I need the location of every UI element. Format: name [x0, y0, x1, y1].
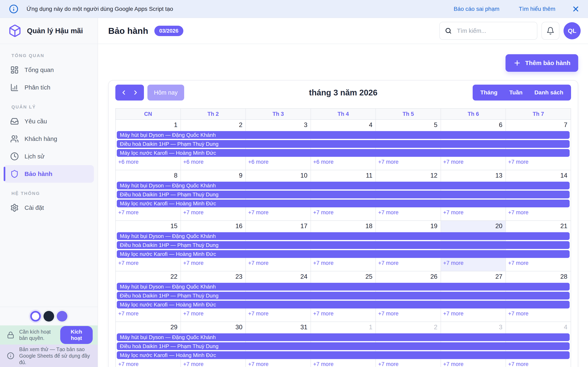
more-events-link[interactable]: +7 more [508, 260, 528, 266]
date-number[interactable]: 22 [116, 273, 181, 280]
more-events-link[interactable]: +7 more [118, 260, 139, 266]
more-events-link[interactable]: +7 more [443, 209, 463, 216]
more-events-link[interactable]: +6 more [118, 159, 139, 165]
date-number[interactable]: 24 [246, 273, 311, 280]
date-number[interactable]: 4 [506, 324, 571, 331]
more-events-link[interactable]: +7 more [313, 260, 334, 266]
event-bar[interactable]: Điều hoà Daikin 1HP — Phạm Thuỳ Dung [117, 342, 570, 350]
event-bar[interactable]: Máy hút bụi Dyson — Đặng Quốc Khánh [117, 182, 570, 189]
date-number[interactable]: 8 [116, 172, 181, 179]
date-number[interactable]: 13 [441, 172, 506, 179]
date-number[interactable]: 10 [246, 172, 311, 179]
date-number[interactable]: 2 [181, 121, 246, 129]
date-number[interactable]: 3 [441, 324, 506, 331]
date-number[interactable]: 19 [376, 222, 441, 230]
event-bar[interactable]: Máy hút bụi Dyson — Đặng Quốc Khánh [117, 131, 570, 139]
more-events-link[interactable]: +7 more [183, 361, 204, 367]
event-bar[interactable]: Máy lọc nước Karofi — Hoàng Minh Đức [117, 301, 570, 309]
more-events-link[interactable]: +7 more [118, 361, 139, 367]
more-events-link[interactable]: +7 more [118, 310, 139, 317]
more-events-link[interactable]: +7 more [118, 209, 139, 216]
more-events-link[interactable]: +7 more [248, 361, 269, 367]
date-number[interactable]: 17 [246, 222, 311, 230]
close-icon[interactable] [572, 5, 580, 13]
more-events-link[interactable]: +7 more [378, 361, 398, 367]
sidebar-item-gear[interactable]: Cài đặt [4, 199, 94, 217]
more-events-link[interactable]: +7 more [248, 310, 269, 317]
notifications-button[interactable] [541, 22, 559, 40]
event-bar[interactable]: Máy lọc nước Karofi — Hoàng Minh Đức [117, 250, 570, 258]
date-number[interactable]: 6 [441, 121, 506, 129]
view-list[interactable]: Danh sách [534, 89, 563, 96]
date-number[interactable]: 14 [506, 172, 571, 179]
sidebar-item-inbox[interactable]: Yêu cầu [4, 113, 94, 130]
date-number[interactable]: 28 [506, 273, 571, 280]
more-events-link[interactable]: +7 more [378, 159, 398, 165]
date-number[interactable]: 4 [311, 121, 376, 129]
theme-purple-dot[interactable] [57, 311, 67, 322]
view-month[interactable]: Tháng [480, 89, 498, 96]
event-bar[interactable]: Máy hút bụi Dyson — Đặng Quốc Khánh [117, 333, 570, 341]
more-events-link[interactable]: +7 more [183, 209, 204, 216]
date-number[interactable]: 3 [246, 121, 311, 129]
more-events-link[interactable]: +7 more [443, 159, 463, 165]
event-bar[interactable]: Máy lọc nước Karofi — Hoàng Minh Đức [117, 351, 570, 359]
date-number[interactable]: 31 [246, 324, 311, 331]
more-events-link[interactable]: +7 more [508, 209, 528, 216]
date-number[interactable]: 23 [181, 273, 246, 280]
sidebar-item-shield[interactable]: Bảo hành [4, 165, 94, 183]
learn-more-link[interactable]: Tìm hiểu thêm [519, 6, 555, 12]
sidebar-item-dashboard[interactable]: Tổng quan [4, 61, 94, 79]
date-number[interactable]: 9 [181, 172, 246, 179]
avatar[interactable]: QL [563, 22, 581, 39]
more-events-link[interactable]: +7 more [313, 361, 334, 367]
view-week[interactable]: Tuần [509, 89, 523, 96]
date-number[interactable]: 1 [116, 121, 181, 129]
sidebar-item-chart[interactable]: Phân tích [4, 79, 94, 96]
date-number[interactable]: 20 [441, 222, 506, 230]
date-number[interactable]: 11 [311, 172, 376, 179]
more-events-link[interactable]: +7 more [313, 209, 334, 216]
search-input[interactable] [439, 22, 537, 40]
date-number[interactable]: 18 [311, 222, 376, 230]
more-events-link[interactable]: +6 more [248, 159, 269, 165]
report-abuse-link[interactable]: Báo cáo sai phạm [454, 6, 499, 12]
event-bar[interactable]: Điều hoà Daikin 1HP — Phạm Thuỳ Dung [117, 191, 570, 198]
date-number[interactable]: 5 [376, 121, 441, 129]
more-events-link[interactable]: +7 more [443, 310, 463, 317]
date-number[interactable]: 1 [311, 324, 376, 331]
event-bar[interactable]: Điều hoà Daikin 1HP — Phạm Thuỳ Dung [117, 140, 570, 148]
more-events-link[interactable]: +7 more [183, 310, 204, 317]
event-bar[interactable]: Máy hút bụi Dyson — Đặng Quốc Khánh [117, 283, 570, 291]
more-events-link[interactable]: +7 more [248, 209, 269, 216]
more-events-link[interactable]: +7 more [378, 310, 398, 317]
more-events-link[interactable]: +7 more [443, 361, 463, 367]
date-number[interactable]: 16 [181, 222, 246, 230]
theme-dark-dot[interactable] [43, 311, 54, 322]
date-number[interactable]: 7 [506, 121, 571, 129]
event-bar[interactable]: Điều hoà Daikin 1HP — Phạm Thuỳ Dung [117, 241, 570, 249]
date-number[interactable]: 2 [376, 324, 441, 331]
event-bar[interactable]: Máy lọc nước Karofi — Hoàng Minh Đức [117, 149, 570, 157]
more-events-link[interactable]: +7 more [378, 260, 398, 266]
more-events-link[interactable]: +7 more [378, 209, 398, 216]
date-number[interactable]: 25 [311, 273, 376, 280]
event-bar[interactable]: Máy lọc nước Karofi — Hoàng Minh Đức [117, 200, 570, 207]
sidebar-item-clock[interactable]: Lịch sử [4, 148, 94, 165]
date-number[interactable]: 29 [116, 324, 181, 331]
more-events-link[interactable]: +6 more [183, 159, 204, 165]
more-events-link[interactable]: +7 more [313, 310, 334, 317]
activate-button[interactable]: Kích hoạt [60, 326, 93, 344]
add-warranty-button[interactable]: Thêm bảo hành [506, 54, 578, 72]
date-number[interactable]: 15 [116, 222, 181, 230]
more-events-link[interactable]: +7 more [248, 260, 269, 266]
date-number[interactable]: 21 [506, 222, 571, 230]
more-events-link[interactable]: +7 more [183, 260, 204, 266]
theme-light-dot[interactable] [30, 311, 41, 322]
more-events-link[interactable]: +7 more [508, 159, 528, 165]
event-bar[interactable]: Điều hoà Daikin 1HP — Phạm Thuỳ Dung [117, 292, 570, 300]
event-bar[interactable]: Máy hút bụi Dyson — Đặng Quốc Khánh [117, 232, 570, 240]
more-events-link[interactable]: +7 more [508, 361, 528, 367]
date-number[interactable]: 30 [181, 324, 246, 331]
date-number[interactable]: 12 [376, 172, 441, 179]
